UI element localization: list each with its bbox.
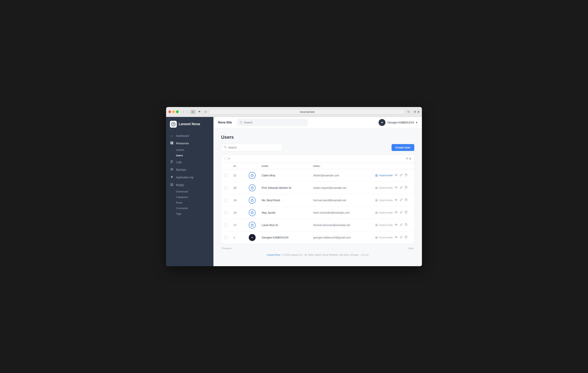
row-checkbox-cell[interactable] bbox=[221, 194, 231, 206]
back-button[interactable]: ‹ bbox=[182, 110, 185, 114]
svg-line-15 bbox=[242, 123, 242, 123]
row-checkbox[interactable] bbox=[224, 174, 227, 177]
url-bar[interactable]: nova-test.test bbox=[210, 109, 405, 114]
forward-button[interactable]: › bbox=[186, 110, 189, 114]
row-checkbox-cell[interactable] bbox=[221, 231, 231, 244]
sort-icon-name: ↕ bbox=[269, 165, 270, 167]
select-dropdown-icon[interactable]: ▾ bbox=[229, 157, 230, 160]
row-checkbox-cell[interactable] bbox=[221, 206, 231, 219]
new-tab-button[interactable]: ⊕ bbox=[417, 110, 420, 113]
delete-button[interactable] bbox=[405, 186, 408, 190]
sidebar-item-logs[interactable]: Logs bbox=[166, 158, 213, 166]
share-button[interactable]: ⬆ bbox=[414, 110, 416, 113]
edit-button[interactable] bbox=[399, 198, 403, 202]
footer-copyright: © 2018 Laravel LLC - By Taylor Otwell, D… bbox=[282, 253, 359, 256]
table-row: 18 May Jacobi irwin.schneider@example.co… bbox=[221, 206, 414, 219]
refresh-button[interactable]: ↻ bbox=[406, 110, 411, 114]
view-button[interactable] bbox=[395, 186, 398, 190]
view-button[interactable] bbox=[395, 223, 398, 227]
impersonate-button[interactable]: Impersonate bbox=[375, 186, 393, 189]
col-header-name[interactable]: NAME ↕ bbox=[259, 163, 310, 169]
delete-button[interactable] bbox=[405, 211, 408, 215]
impersonate-button[interactable]: Impersonate bbox=[375, 199, 393, 202]
user-menu[interactable]: GK Georges KABBOUCHI ▾ bbox=[378, 119, 417, 126]
impersonate-label: Impersonate bbox=[379, 186, 393, 189]
row-avatar-cell bbox=[246, 219, 259, 231]
impersonate-button[interactable]: Impersonate bbox=[375, 236, 393, 239]
row-avatar-cell bbox=[246, 206, 259, 219]
delete-button[interactable] bbox=[405, 236, 408, 240]
delete-button[interactable] bbox=[405, 174, 408, 177]
impersonate-button[interactable]: Impersonate bbox=[375, 211, 393, 214]
sidebar-item-dashboard[interactable]: ⌂ Dashboard bbox=[166, 132, 213, 140]
chevron-down-icon: ▾ bbox=[416, 121, 417, 124]
view-button[interactable] bbox=[395, 211, 398, 215]
svg-point-32 bbox=[376, 200, 377, 200]
sidebar-logo[interactable]: Laravel Nova bbox=[166, 121, 213, 132]
col-header-email[interactable]: EMAIL ↕ bbox=[310, 163, 372, 169]
power-icon bbox=[249, 222, 256, 229]
impersonate-button[interactable]: Impersonate bbox=[375, 224, 393, 226]
tab-layout-button[interactable]: ⊡ bbox=[190, 110, 196, 114]
col-header-id[interactable]: ID ↕ bbox=[231, 163, 246, 169]
row-checkbox[interactable] bbox=[224, 211, 227, 214]
sidebar-item-resources[interactable]: Resources bbox=[166, 140, 213, 147]
row-checkbox-cell[interactable] bbox=[221, 182, 231, 194]
minimize-button[interactable] bbox=[172, 110, 175, 113]
create-user-button[interactable]: Create User bbox=[392, 144, 414, 151]
svg-rect-12 bbox=[171, 185, 172, 185]
sidebar-item-users[interactable]: Users bbox=[166, 153, 213, 158]
row-checkbox[interactable] bbox=[224, 236, 227, 239]
previous-button[interactable]: Previous bbox=[222, 247, 231, 250]
sidebar-item-posts[interactable]: Posts bbox=[166, 200, 213, 205]
footer-brand-link[interactable]: Laravel Nova bbox=[267, 253, 280, 256]
global-search-container[interactable] bbox=[237, 119, 307, 126]
row-checkbox-cell[interactable] bbox=[221, 219, 231, 231]
select-all-wrap[interactable]: ▾ bbox=[224, 157, 230, 160]
global-search-input[interactable] bbox=[244, 121, 305, 124]
sidebar-item-categories[interactable]: Categories bbox=[166, 194, 213, 200]
impersonate-label: Impersonate bbox=[379, 211, 393, 214]
row-checkbox[interactable] bbox=[224, 186, 227, 189]
next-button[interactable]: Next bbox=[408, 247, 413, 250]
edit-button[interactable] bbox=[399, 211, 403, 215]
sidebar-item-application-log[interactable]: Application log bbox=[166, 174, 213, 181]
table-row: 21 Claire Mraz rfisher@example.com bbox=[221, 169, 414, 182]
row-email: rfisher@example.com bbox=[310, 169, 372, 182]
edit-button[interactable] bbox=[399, 223, 403, 227]
delete-button[interactable] bbox=[405, 198, 408, 202]
view-button[interactable] bbox=[395, 174, 398, 177]
row-id: 20 bbox=[231, 182, 246, 194]
select-all-checkbox[interactable] bbox=[224, 157, 227, 160]
row-name: Prof. Eduardo Abshire Sr. bbox=[259, 182, 310, 194]
edit-button[interactable] bbox=[399, 174, 403, 177]
row-checkbox-cell[interactable] bbox=[221, 169, 231, 182]
row-checkbox[interactable] bbox=[224, 224, 227, 227]
svg-rect-13 bbox=[171, 185, 172, 186]
edit-button[interactable] bbox=[399, 186, 403, 190]
svg-rect-23 bbox=[405, 174, 407, 176]
sidebar-item-comments[interactable]: Comments bbox=[166, 205, 213, 211]
view-button[interactable] bbox=[395, 198, 398, 202]
sidebar-item-tags[interactable]: Tags bbox=[166, 211, 213, 217]
power-icon bbox=[249, 209, 256, 216]
svg-point-22 bbox=[396, 175, 397, 175]
view-button[interactable] bbox=[395, 236, 398, 240]
sidebar-item-blogify[interactable]: Blogify bbox=[166, 181, 213, 189]
row-checkbox[interactable] bbox=[224, 199, 227, 202]
nav-buttons: ‹ › bbox=[182, 110, 189, 114]
sidebar-item-blog-dashboard[interactable]: Dashboard bbox=[166, 189, 213, 194]
sidebar-item-backups[interactable]: Backups bbox=[166, 166, 213, 174]
edit-button[interactable] bbox=[399, 236, 403, 240]
row-actions: Impersonate bbox=[372, 194, 414, 206]
impersonate-button[interactable]: Impersonate bbox=[375, 174, 393, 177]
sidebar-item-articles[interactable]: Articles bbox=[166, 147, 213, 153]
sidebar-nav: ⌂ Dashboard Resources Arti bbox=[166, 132, 213, 217]
maximize-button[interactable] bbox=[176, 110, 179, 113]
filter-dropdown-icon[interactable]: ▾ bbox=[410, 157, 411, 161]
table-search-input[interactable] bbox=[228, 146, 279, 149]
table-search-container[interactable] bbox=[221, 144, 282, 151]
filter-button[interactable]: ▾ bbox=[406, 157, 411, 161]
delete-button[interactable] bbox=[405, 223, 408, 227]
close-button[interactable] bbox=[168, 110, 171, 113]
